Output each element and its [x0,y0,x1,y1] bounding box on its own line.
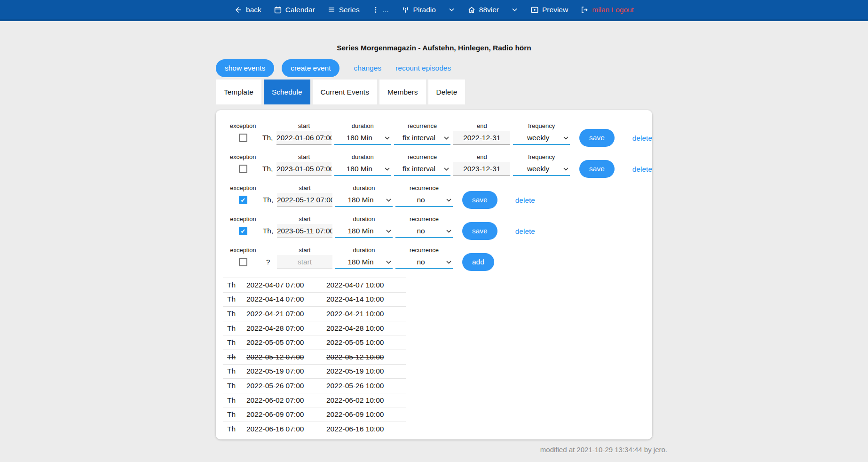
add-button[interactable]: add [462,253,494,271]
kebab-menu-icon [372,6,379,14]
delete-link[interactable]: delete [515,227,535,236]
recurrence-select[interactable]: fix interval [394,162,451,176]
event-end: 2022-05-05 10:00 [326,338,384,347]
start-input[interactable] [277,224,332,238]
event-start: 2022-05-19 07:00 [246,367,326,375]
nav-calendar[interactable]: Calendar [274,6,315,14]
delete-link[interactable]: delete [515,196,535,205]
recurrence-select[interactable]: no [395,224,453,238]
tab-current-events[interactable]: Current Events [313,80,377,104]
frequency-select[interactable]: weekly [513,162,570,176]
exception-checkbox[interactable] [239,165,247,173]
event-start: 2022-04-14 07:00 [246,295,326,303]
duration-select[interactable]: 180 Min [334,131,391,145]
end-input[interactable] [453,131,510,145]
duration-select[interactable]: 180 Min [335,224,393,238]
event-end: 2022-06-09 10:00 [326,410,384,419]
duration-select[interactable]: 180 Min [335,255,393,269]
nav-piradio[interactable]: Piradio [401,5,436,14]
exception-label: exception [230,247,256,254]
schedule-row: exception Th, start duration 180 Min rec… [227,153,652,177]
logout-icon [580,6,589,14]
event-row: Th 2022-05-05 07:00 2022-05-05 10:00 [223,335,406,350]
exception-checkbox[interactable] [239,258,247,266]
event-row: Th 2022-04-07 07:00 2022-04-07 10:00 [223,278,406,292]
exception-checkbox[interactable] [239,227,247,235]
start-input[interactable] [276,131,331,145]
start-input[interactable] [276,162,331,176]
changes-link[interactable]: changes [354,64,381,72]
schedule-rows: exception Th, start duration 180 Min rec… [227,122,652,270]
nav-logout[interactable]: milan Logout [580,6,634,14]
exception-checkbox[interactable] [239,134,247,142]
delete-link[interactable]: delete [632,165,652,174]
end-input[interactable] [453,162,510,176]
show-events-button[interactable]: show events [216,59,274,77]
event-start: 2022-04-21 07:00 [246,310,326,318]
chevron-down-icon[interactable] [511,6,518,13]
duration-field-label: duration [353,184,375,192]
frequency-field-label: frequency [528,122,555,130]
event-row: Th 2022-05-19 07:00 2022-05-19 10:00 [223,364,406,379]
chevron-down-icon[interactable] [448,6,455,13]
action-bar: show events create event changes recount… [216,59,652,77]
create-event-button[interactable]: create event [282,59,339,77]
exception-checkbox[interactable] [239,196,247,204]
event-start: 2022-06-02 07:00 [246,396,326,405]
nav-calendar-label: Calendar [285,6,315,14]
frequency-select[interactable]: weekly [513,131,570,145]
recurrence-select[interactable]: no [395,255,453,269]
save-button[interactable]: save [462,222,497,240]
save-button[interactable]: save [579,160,615,178]
event-day: Th [227,324,246,333]
event-end: 2022-06-02 10:00 [326,396,384,405]
save-button[interactable]: save [462,191,497,209]
calendar-icon [274,6,282,14]
recurrence-select[interactable]: no [395,193,453,207]
tab-schedule[interactable]: Schedule [264,80,310,104]
duration-select[interactable]: 180 Min [334,162,391,176]
weekday-label: Th, [261,161,274,177]
tab-delete[interactable]: Delete [428,80,466,104]
home-icon [467,6,476,14]
duration-select[interactable]: 180 Min [335,193,393,207]
nav-station[interactable]: 88vier [467,6,499,14]
tab-members[interactable]: Members [379,80,426,104]
recurrence-select[interactable]: fix interval [394,131,451,145]
weekday-label: ? [262,254,274,270]
event-row: Th 2022-04-21 07:00 2022-04-21 10:00 [223,306,406,321]
event-end: 2022-04-14 10:00 [326,295,384,303]
event-end: 2022-04-28 10:00 [326,324,384,333]
nav-preview[interactable]: Preview [530,6,568,14]
event-day: Th [227,410,246,419]
nav-more[interactable]: ... [372,6,389,14]
event-day: Th [227,295,246,303]
delete-link[interactable]: delete [632,134,652,143]
preview-eye-icon [530,6,539,14]
recurrence-field-label: recurrence [408,153,437,161]
event-row: Th 2022-04-28 07:00 2022-04-28 10:00 [223,321,406,335]
schedule-row: exception Th, start duration 180 Min rec… [227,215,652,239]
nav-series[interactable]: Series [327,6,360,14]
navbar-items: back Calendar Series ... Piradio [234,5,634,14]
start-input[interactable] [277,255,332,269]
exception-label: exception [230,153,256,161]
event-end: 2022-05-12 10:00 [326,353,384,361]
start-field-label: start [299,215,310,223]
recount-episodes-link[interactable]: recount episodes [395,64,451,72]
event-row: Th 2022-06-16 07:00 2022-06-16 10:00 [223,422,406,433]
tabs: TemplateScheduleCurrent EventsMembersDel… [216,80,652,104]
page-title: Series Morgenmagazin - Aufstehn, Hinlege… [0,21,868,52]
event-day: Th [227,310,246,318]
recurrence-field-label: recurrence [410,215,439,223]
event-row: Th 2022-05-26 07:00 2022-05-26 10:00 [223,378,406,393]
weekday-label: Th, [262,192,274,208]
nav-logout-label: milan Logout [592,6,634,14]
duration-field-label: duration [353,215,375,223]
start-input[interactable] [277,193,332,207]
event-start: 2022-06-09 07:00 [246,410,326,419]
nav-back-label: back [246,6,261,14]
tab-template[interactable]: Template [216,80,261,104]
nav-back[interactable]: back [234,6,261,14]
save-button[interactable]: save [579,129,615,147]
